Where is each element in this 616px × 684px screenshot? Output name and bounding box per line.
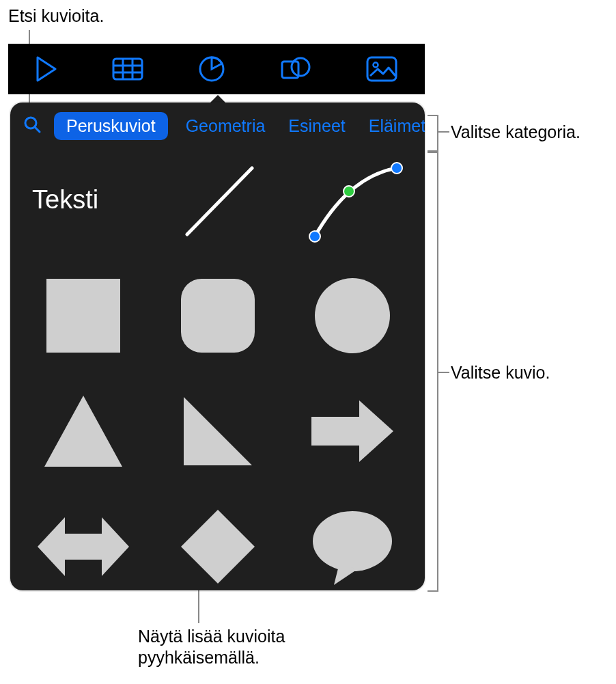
tab-animals[interactable]: Eläimet: [363, 112, 425, 140]
svg-line-11: [35, 127, 40, 132]
callout-shape: Valitse kuvio.: [451, 362, 550, 383]
callout-more: Näytä lisää kuvioita pyyhkäisemällä.: [138, 626, 285, 669]
play-icon[interactable]: [35, 56, 58, 82]
shape-line[interactable]: [164, 147, 271, 253]
table-icon[interactable]: [112, 56, 143, 82]
svg-point-14: [391, 163, 402, 174]
bracket-category: [428, 115, 438, 152]
shapes-popover: Peruskuviot Geometria Esineet Eläimet Te…: [10, 102, 425, 590]
callout-shape-leader: [437, 372, 449, 373]
tab-geometry[interactable]: Geometria: [180, 112, 271, 140]
svg-line-12: [187, 168, 252, 234]
shape-speech-bubble[interactable]: [298, 493, 406, 590]
callout-category: Valitse kategoria.: [451, 122, 580, 143]
shape-circle[interactable]: [298, 262, 406, 368]
svg-point-13: [309, 231, 320, 242]
svg-point-19: [313, 511, 392, 571]
shape-triangle[interactable]: [29, 378, 137, 484]
shape-arrow-left-right[interactable]: [29, 493, 137, 590]
svg-point-18: [315, 278, 390, 353]
shapes-icon[interactable]: [280, 55, 311, 83]
callout-category-leader: [437, 131, 449, 133]
shape-right-triangle[interactable]: [164, 378, 271, 484]
callout-search: Etsi kuvioita.: [8, 5, 104, 27]
shape-diamond[interactable]: [164, 493, 271, 590]
tab-objects[interactable]: Esineet: [283, 112, 350, 140]
svg-point-15: [344, 186, 354, 197]
svg-point-9: [373, 63, 378, 68]
svg-rect-17: [181, 279, 255, 353]
shape-square[interactable]: [29, 262, 137, 368]
category-tabs: Peruskuviot Geometria Esineet Eläimet: [10, 102, 425, 147]
shape-curve-pen[interactable]: [298, 147, 406, 253]
shape-arrow-right[interactable]: [298, 378, 406, 484]
toolbar: [8, 44, 425, 94]
svg-rect-16: [46, 279, 120, 353]
svg-rect-0: [113, 59, 142, 79]
tab-basic[interactable]: Peruskuviot: [54, 112, 168, 140]
shape-text[interactable]: Teksti: [29, 147, 137, 253]
chart-icon[interactable]: [197, 55, 226, 83]
search-icon[interactable]: [23, 115, 42, 138]
shape-rounded-square[interactable]: [164, 262, 271, 368]
svg-rect-8: [367, 57, 396, 81]
svg-point-7: [292, 58, 309, 76]
image-icon[interactable]: [365, 55, 398, 83]
shapes-grid: Teksti: [10, 147, 425, 590]
